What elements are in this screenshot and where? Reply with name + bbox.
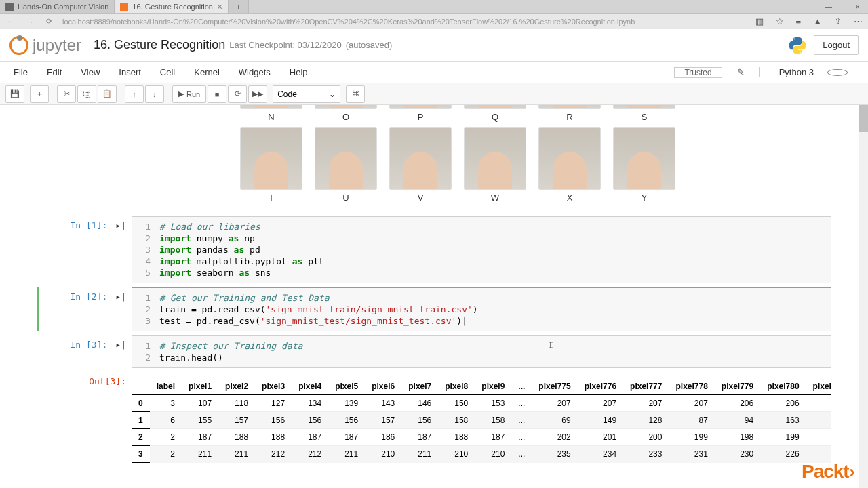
line-gutter: 12	[132, 336, 155, 367]
favicon-icon	[5, 3, 14, 11]
user-icon[interactable]: ▲	[813, 16, 822, 26]
gesture-thumbnail	[315, 127, 377, 190]
paste-button[interactable]: 📋	[98, 85, 117, 103]
gesture-thumbnail	[538, 105, 601, 109]
star-icon[interactable]: ☆	[776, 16, 784, 26]
code-text[interactable]: # Get our Training and Test Data train =…	[155, 288, 831, 331]
menu-kernel[interactable]: Kernel	[184, 67, 229, 77]
cell-prompt: In [1]:▸|	[37, 216, 132, 283]
browser-tab-active[interactable]: 16. Gesture Recognition ×	[115, 0, 229, 13]
favicon-icon	[120, 3, 128, 11]
fast-forward-button[interactable]: ▶▶	[248, 85, 267, 103]
forward-icon[interactable]: →	[24, 18, 35, 26]
menu-view[interactable]: View	[71, 67, 109, 77]
jupyter-icon	[9, 36, 28, 55]
close-icon[interactable]: ×	[217, 1, 222, 12]
text-cursor-icon: I	[548, 340, 553, 350]
move-up-button[interactable]: ↑	[125, 85, 144, 103]
scrollbar-thumb[interactable]	[859, 105, 868, 132]
code-cell[interactable]: In [3]:▸| 12 # Inspect our Training data…	[37, 336, 831, 368]
stop-button[interactable]: ■	[208, 85, 226, 103]
command-palette-button[interactable]: ⌘	[346, 85, 365, 103]
gesture-thumbnail	[389, 127, 452, 190]
reader-icon[interactable]: ▥	[755, 16, 764, 26]
trusted-badge[interactable]: Trusted	[674, 67, 722, 78]
address-bar: ← → ⟳ localhost:8889/notebooks/Hands-On%…	[0, 13, 868, 29]
menu-insert[interactable]: Insert	[109, 67, 151, 77]
browser-tab[interactable]: Hands-On Computer Vision	[0, 0, 115, 13]
python-icon	[788, 36, 807, 55]
share-icon[interactable]: ⇪	[834, 16, 842, 26]
code-cell[interactable]: In [1]:▸| 12345 # Load our libaries impo…	[37, 216, 831, 283]
restart-button[interactable]: ⟳	[228, 85, 247, 103]
gesture-thumbnail	[315, 105, 377, 109]
back-icon[interactable]: ←	[5, 18, 16, 26]
kernel-indicator[interactable]: Python 3	[760, 67, 857, 77]
output-cell: Out[3]: labelpixel1pixel2pixel3pixel4pix…	[37, 372, 831, 463]
gesture-thumbnail	[613, 105, 675, 109]
code-text[interactable]: # Inspect our Training data train.head()	[155, 336, 831, 367]
jupyter-header: jupyter 16. Gesture Recognition Last Che…	[0, 29, 868, 62]
toolbar: 💾 ＋ ✂ ⿻ 📋 ↑ ↓ ▶ Run ■ ⟳ ▶▶ Code⌄ ⌘	[0, 83, 868, 105]
browser-tab-strip: Hands-On Computer Vision 16. Gesture Rec…	[0, 0, 868, 13]
gesture-thumbnail	[613, 127, 675, 190]
checkpoint-text: Last Checkpoint: 03/12/2020	[229, 40, 342, 50]
minimize-icon[interactable]: —	[825, 3, 832, 11]
url-field[interactable]: localhost:8889/notebooks/Hands-On%20Comp…	[62, 18, 747, 26]
notebook-content: N O P Q R S T U V W X Y In [1]:▸| 12345 …	[0, 105, 868, 488]
cell-prompt: In [3]:▸|	[37, 336, 132, 368]
step-icon: ▸|	[115, 291, 126, 331]
jupyter-logo[interactable]: jupyter	[9, 36, 81, 55]
tab-title: 16. Gesture Recognition	[132, 3, 213, 11]
code-cell-selected[interactable]: In [2]:▸| 123 # Get our Training and Tes…	[37, 287, 831, 331]
copy-button[interactable]: ⿻	[77, 85, 96, 103]
logout-button[interactable]: Logout	[814, 35, 859, 55]
output-prompt: Out[3]:	[37, 372, 132, 463]
close-window-icon[interactable]: ×	[856, 3, 860, 11]
logo-text: jupyter	[33, 36, 81, 55]
menu-cell[interactable]: Cell	[151, 67, 184, 77]
menu-edit[interactable]: Edit	[37, 67, 71, 77]
line-gutter: 12345	[132, 217, 155, 283]
gesture-thumbnail	[464, 127, 526, 190]
menu-file[interactable]: File	[4, 67, 37, 77]
new-tab-button[interactable]: +	[229, 0, 249, 13]
line-gutter: 123	[132, 288, 155, 331]
code-text[interactable]: # Load our libaries import numpy as np i…	[155, 217, 831, 283]
dataframe-table: labelpixel1pixel2pixel3pixel4pixel5pixel…	[132, 378, 831, 463]
move-down-button[interactable]: ↓	[145, 85, 164, 103]
menu-lines-icon[interactable]: ≡	[796, 16, 802, 26]
refresh-icon[interactable]: ⟳	[43, 17, 54, 26]
chevron-down-icon: ⌄	[329, 89, 336, 99]
gesture-row-1: N O P Q R S	[240, 105, 831, 122]
watermark: Packt›	[802, 461, 854, 483]
scrollbar[interactable]	[859, 105, 868, 488]
tab-title: Hands-On Computer Vision	[18, 3, 108, 11]
gesture-row-2: T U V W X Y	[240, 127, 831, 203]
gesture-thumbnail	[240, 105, 302, 109]
notebook-title[interactable]: 16. Gesture Recognition	[94, 38, 225, 52]
step-icon: ▸|	[115, 220, 126, 283]
cell-type-select[interactable]: Code⌄	[273, 85, 340, 103]
gesture-thumbnail	[538, 127, 601, 190]
menu-widgets[interactable]: Widgets	[229, 67, 280, 77]
autosave-text: (autosaved)	[346, 40, 393, 50]
more-icon[interactable]: ⋯	[854, 16, 863, 26]
pencil-icon[interactable]: ✎	[728, 67, 754, 77]
gesture-thumbnail	[240, 127, 302, 190]
gesture-thumbnail	[464, 105, 526, 109]
menu-help[interactable]: Help	[280, 67, 317, 77]
save-button[interactable]: 💾	[5, 85, 24, 103]
code-input[interactable]: 123 # Get our Training and Test Data tra…	[132, 287, 831, 331]
code-input[interactable]: 12345 # Load our libaries import numpy a…	[132, 216, 831, 283]
kernel-idle-icon	[827, 69, 848, 76]
cell-prompt: In [2]:▸|	[37, 287, 132, 331]
maximize-icon[interactable]: □	[842, 3, 846, 11]
add-cell-button[interactable]: ＋	[30, 85, 49, 103]
step-icon: ▸|	[115, 340, 126, 368]
run-button[interactable]: ▶ Run	[172, 85, 206, 103]
gesture-thumbnail	[389, 105, 452, 109]
cut-button[interactable]: ✂	[57, 85, 76, 103]
code-input[interactable]: 12 # Inspect our Training data train.hea…	[132, 336, 831, 368]
menu-bar: File Edit View Insert Cell Kernel Widget…	[0, 62, 868, 83]
